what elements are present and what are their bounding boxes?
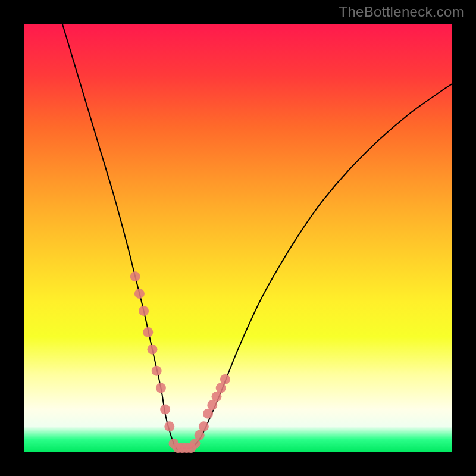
highlight-dot	[152, 366, 162, 376]
highlight-dot	[220, 374, 230, 384]
highlight-dot	[139, 306, 149, 316]
highlight-dot	[216, 383, 226, 393]
highlight-dot	[130, 271, 140, 281]
highlight-dot	[134, 289, 145, 299]
bottleneck-curve-path	[62, 24, 452, 449]
highlight-dot	[148, 345, 158, 355]
plot-area	[24, 24, 452, 452]
highlight-dot	[195, 430, 205, 440]
highlight-dot	[164, 421, 174, 431]
highlight-dot	[212, 392, 222, 402]
chart-svg	[24, 24, 452, 452]
highlight-dot	[190, 439, 201, 449]
highlight-dot	[207, 400, 217, 410]
highlight-dot	[160, 405, 170, 415]
highlight-dot	[143, 327, 153, 337]
watermark-text: TheBottleneck.com	[339, 4, 464, 20]
highlight-dot	[199, 421, 209, 431]
curve-group	[62, 24, 452, 449]
highlight-dot	[203, 409, 213, 419]
chart-wrapper: TheBottleneck.com	[0, 0, 476, 476]
highlight-dot	[156, 383, 166, 393]
dots-group	[130, 271, 230, 453]
